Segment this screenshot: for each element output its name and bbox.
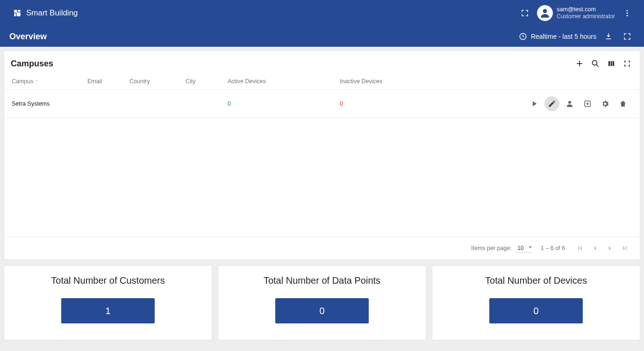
page-title: Overview [9,32,47,42]
campuses-card: Campuses Campus↑ [4,50,640,260]
expand-icon[interactable] [618,27,637,46]
items-per-page-select[interactable]: 10 [515,244,532,253]
stat-devices-value: 0 [489,298,583,323]
col-city[interactable]: City [182,73,224,90]
svg-rect-10 [608,61,610,66]
stat-datapoints-value: 0 [275,298,369,323]
svg-rect-3 [17,13,21,16]
fullscreen-card-icon[interactable] [621,57,633,70]
sort-asc-icon: ↑ [36,78,38,85]
cell-city [182,90,224,118]
user-role: Customer administrator [557,13,615,20]
delete-icon[interactable] [615,96,630,111]
dashboard-icon [13,9,21,17]
play-icon[interactable] [527,96,542,111]
col-actions [448,73,640,90]
last-page-icon[interactable] [618,242,631,255]
stat-datapoints-title: Total Number of Data Points [264,275,380,286]
first-page-icon[interactable] [573,242,587,255]
svg-rect-11 [611,61,612,66]
svg-rect-2 [14,14,16,16]
edit-icon[interactable] [544,96,559,111]
stat-customers-title: Total Number of Customers [51,275,165,286]
prev-page-icon[interactable] [588,242,601,255]
svg-point-13 [568,101,571,104]
col-email[interactable]: Email [84,73,126,90]
svg-point-9 [592,60,597,65]
stat-customers: Total Number of Customers 1 [4,265,212,340]
svg-rect-0 [14,10,17,13]
svg-point-4 [543,9,547,13]
svg-rect-1 [18,10,21,12]
user-icon[interactable] [562,96,577,111]
svg-point-7 [627,15,628,16]
add-icon[interactable] [573,57,586,70]
time-range-label: Realtime - last 5 hours [531,33,596,40]
more-vert-icon[interactable] [618,4,637,22]
download-icon[interactable] [599,27,618,46]
columns-icon[interactable] [605,57,617,70]
main-content: Campuses Campus↑ [0,47,644,344]
stat-devices: Total Number of Devices 0 [432,265,640,340]
cell-inactive: 0 [336,90,448,118]
assign-icon[interactable] [580,96,595,111]
stats-row: Total Number of Customers 1 Total Number… [4,265,640,340]
row-actions [452,96,630,111]
user-email: sam@test.com [557,6,615,14]
app-title: Smart Building [26,8,78,18]
table-row[interactable]: Setra Systems 0 0 [4,90,640,118]
campuses-table: Campus↑ Email Country City Active Device… [4,73,640,118]
svg-point-6 [627,13,628,14]
clock-icon [519,32,528,41]
cell-country [126,90,182,118]
top-bar-row-2: Overview Realtime - last 5 hours [0,26,644,47]
stat-devices-title: Total Number of Devices [485,275,587,286]
range-label: 1 – 6 of 6 [541,245,565,251]
col-inactive[interactable]: Inactive Devices [336,73,448,90]
user-avatar-icon[interactable] [537,5,553,21]
next-page-icon[interactable] [603,242,616,255]
fullscreen-icon[interactable] [515,4,534,22]
cell-email [84,90,126,118]
campuses-header: Campuses [4,51,640,73]
search-icon[interactable] [589,57,601,70]
cell-active: 0 [224,90,336,118]
stat-datapoints: Total Number of Data Points 0 [218,265,426,340]
stat-customers-value: 1 [61,298,155,323]
col-campus[interactable]: Campus↑ [4,73,84,90]
paginator: Items per page: 10 1 – 6 of 6 [4,236,640,259]
top-bar: Smart Building sam@test.com Customer adm… [0,0,644,47]
top-bar-row-1: Smart Building sam@test.com Customer adm… [0,0,644,26]
cell-campus: Setra Systems [4,90,84,118]
col-country[interactable]: Country [126,73,182,90]
col-active[interactable]: Active Devices [224,73,336,90]
user-info[interactable]: sam@test.com Customer administrator [557,6,615,21]
gear-icon[interactable] [598,96,613,111]
svg-point-5 [627,10,628,11]
svg-rect-12 [613,61,614,66]
items-per-page-label: Items per page: [471,245,512,251]
campuses-title: Campuses [11,59,573,69]
time-range-selector[interactable]: Realtime - last 5 hours [519,32,596,41]
